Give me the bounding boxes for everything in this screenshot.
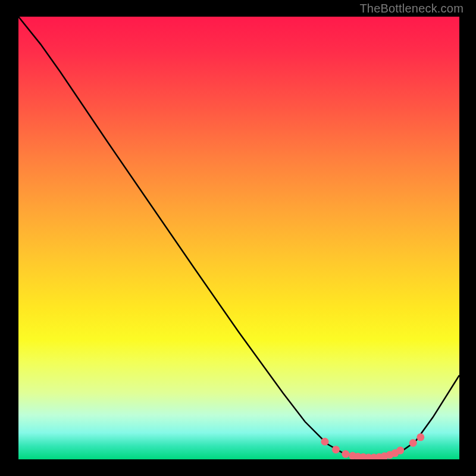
data-marker [342,450,349,458]
data-marker [416,433,424,441]
curve-path [18,17,459,458]
data-marker [409,439,417,447]
plot-area [18,17,459,459]
data-marker [321,438,328,446]
chart-container: TheBottleneck.com [0,0,476,476]
data-marker [332,446,340,453]
line-series [18,17,459,458]
attribution-label: TheBottleneck.com [359,2,464,15]
data-marker [396,447,404,455]
chart-svg [18,17,459,459]
